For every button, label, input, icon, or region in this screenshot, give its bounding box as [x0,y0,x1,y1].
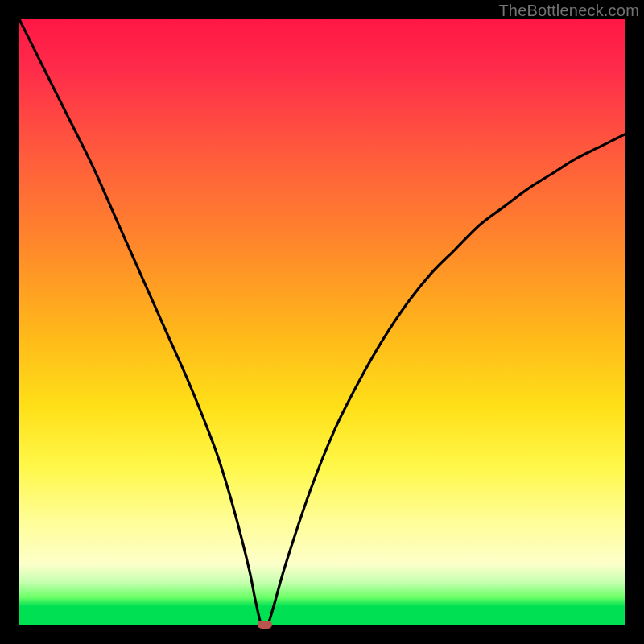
plot-area [19,19,625,625]
watermark-text: TheBottleneck.com [498,2,639,20]
minimum-marker [258,621,272,629]
chart-frame: TheBottleneck.com [0,0,644,644]
bottleneck-curve [19,19,625,625]
